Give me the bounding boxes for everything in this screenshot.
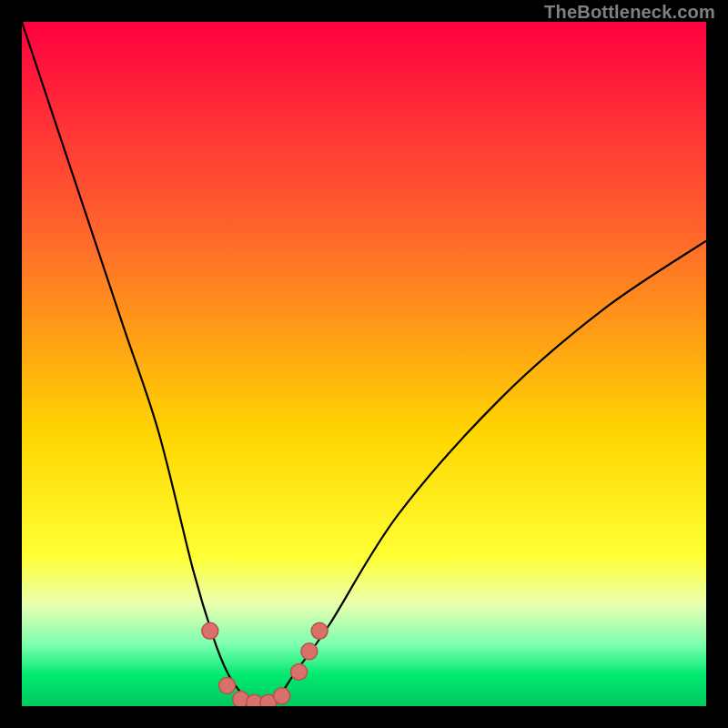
marker-dot [219,677,236,693]
plot-area [22,22,706,706]
gradient-background [22,22,706,706]
plot-svg [22,22,706,706]
marker-dot [311,622,328,639]
attribution-text: TheBottleneck.com [544,2,715,23]
chart-frame: TheBottleneck.com [0,0,728,728]
marker-dot [274,688,290,704]
marker-dot [202,622,218,639]
marker-dot [291,663,308,680]
marker-dot [301,643,318,660]
